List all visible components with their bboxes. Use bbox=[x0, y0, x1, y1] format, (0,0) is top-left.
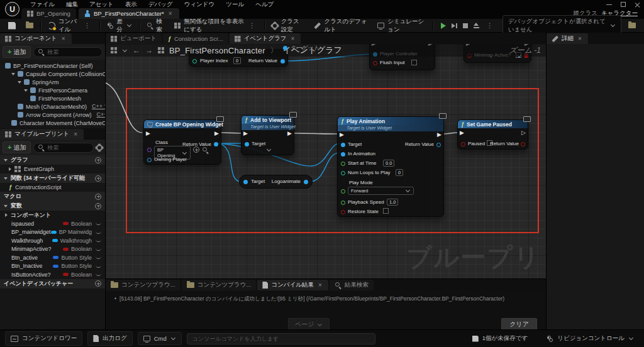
exec-in-pin[interactable]: ▶ bbox=[146, 131, 150, 136]
cpp-edit-link[interactable]: C++ で編集 bbox=[97, 111, 105, 119]
play-mode-pin[interactable] bbox=[341, 189, 345, 194]
visibility-eye-icon[interactable] bbox=[96, 265, 101, 268]
section-functions[interactable]: 関数 (34 オーバーライド可能 bbox=[0, 174, 105, 183]
class-add-icon[interactable] bbox=[193, 146, 199, 153]
bottom-tab[interactable]: コンパイル結果× bbox=[257, 280, 328, 290]
clear-button[interactable]: クリア bbox=[501, 318, 537, 331]
hide-unrelated-button[interactable]: 無関係な項目を非表示にする⋮ bbox=[171, 16, 260, 35]
component-tree-row[interactable]: SpringArm bbox=[0, 78, 105, 86]
return-value-pin[interactable] bbox=[521, 142, 525, 146]
variables-category-components[interactable]: コンポーネント bbox=[0, 211, 105, 219]
browse-asset-button[interactable] bbox=[23, 21, 36, 30]
tab-myblueprint[interactable]: マイブループリント × bbox=[0, 129, 84, 140]
back-icon[interactable]: ← bbox=[133, 46, 140, 55]
in-animation-pin[interactable] bbox=[341, 152, 345, 157]
components-search-input[interactable] bbox=[47, 49, 98, 55]
section-event-dispatchers[interactable]: イベントディスパッチャー bbox=[0, 279, 105, 289]
frame-skip-icon[interactable] bbox=[452, 23, 457, 28]
component-tree-row[interactable]: BP_FirstPersonCharacter (Self) bbox=[0, 62, 105, 70]
compile-options-icon[interactable]: ⋮ bbox=[82, 22, 92, 29]
num-loops-value[interactable]: 0 bbox=[396, 169, 403, 176]
node-add-to-viewport[interactable]: ƒAdd to Viewport Target is User Widget ▶… bbox=[241, 115, 294, 155]
visibility-eye-icon[interactable] bbox=[96, 248, 101, 251]
page-dropdown[interactable]: ページ bbox=[288, 318, 330, 331]
add-graph-icon[interactable] bbox=[95, 157, 101, 163]
breadcrumb-root[interactable]: BP_FirstPersonCharacter bbox=[169, 46, 265, 55]
exec-out-pin[interactable]: ▷ bbox=[521, 130, 526, 136]
exec-in-pin[interactable]: ▶ bbox=[340, 132, 344, 138]
bookmark-icon[interactable] bbox=[111, 47, 117, 53]
bottom-tab[interactable]: コンテンツブラウ... bbox=[182, 280, 257, 290]
flush-input-pin[interactable] bbox=[373, 61, 377, 65]
variable-row[interactable]: Btn_activeButton Style bbox=[0, 253, 105, 262]
minimize-icon[interactable] bbox=[606, 4, 612, 5]
node-get-logoanimate[interactable]: Target Logoanimate bbox=[239, 175, 313, 189]
add-macro-icon[interactable] bbox=[95, 194, 101, 200]
save-button[interactable] bbox=[5, 21, 19, 31]
cmd-dropdown[interactable]: Cmd bbox=[138, 332, 182, 345]
menu-item[interactable]: ツール bbox=[221, 0, 249, 9]
cpp-edit-link[interactable]: C++ で編集 bbox=[92, 102, 105, 111]
return-value-pin[interactable] bbox=[214, 142, 218, 146]
target-pin[interactable] bbox=[341, 143, 345, 147]
eject-icon[interactable] bbox=[474, 23, 479, 28]
maximize-icon[interactable] bbox=[621, 2, 626, 7]
playback-speed-pin[interactable] bbox=[341, 201, 345, 205]
start-at-time-pin[interactable] bbox=[341, 162, 345, 166]
expand-caret-icon[interactable] bbox=[11, 73, 15, 75]
add-variable-icon[interactable] bbox=[95, 203, 101, 209]
myblueprint-settings-icon[interactable] bbox=[96, 145, 103, 151]
class-settings-button[interactable]: クラス設定 bbox=[269, 16, 308, 35]
flush-input-checkbox[interactable] bbox=[411, 60, 417, 65]
close-tab-icon[interactable]: × bbox=[317, 282, 323, 289]
graph-tab[interactable]: ビューポート bbox=[106, 33, 162, 44]
add-blueprint-item-button[interactable]: +追加 bbox=[3, 141, 31, 153]
close-icon[interactable] bbox=[635, 2, 640, 8]
graph-tab[interactable]: イベントグラフ× bbox=[230, 33, 301, 44]
component-tree-row[interactable]: Capsule Component (CollisionCylinder)C++… bbox=[0, 70, 105, 78]
output-log-button[interactable]: 出力ログ bbox=[87, 331, 132, 346]
hide-unrelated-options-icon[interactable]: ⋮ bbox=[247, 22, 257, 29]
visibility-eye-icon[interactable] bbox=[96, 231, 101, 234]
compile-button[interactable]: コンパイル ⋮ bbox=[45, 16, 96, 35]
visibility-eye-icon[interactable] bbox=[96, 273, 101, 276]
content-drawer-button[interactable]: コンテンツドロワー bbox=[5, 331, 82, 346]
diff-button[interactable]: 差分 bbox=[104, 16, 135, 35]
expand-caret-icon[interactable] bbox=[18, 81, 21, 84]
visibility-eye-icon[interactable] bbox=[96, 256, 101, 259]
bottom-tab[interactable]: 結果検索 bbox=[330, 280, 374, 290]
target-pin[interactable] bbox=[243, 180, 248, 184]
visibility-eye-icon[interactable] bbox=[96, 222, 101, 225]
variable-row[interactable]: ispausedBoolean bbox=[0, 219, 105, 228]
node-play-animation[interactable]: ƒPlay Animation Target is User Widget ▶ … bbox=[337, 116, 444, 217]
forward-icon[interactable]: → bbox=[145, 46, 153, 55]
owning-player-pin[interactable] bbox=[147, 158, 152, 162]
variable-row[interactable]: Btn_InactiveButton Style bbox=[0, 262, 105, 271]
myblueprint-search[interactable] bbox=[33, 143, 94, 153]
component-tree-row[interactable]: Arrow Component (Arrow)C++ で編集 bbox=[0, 111, 105, 119]
play-icon[interactable] bbox=[441, 23, 446, 29]
eventgraph-item[interactable]: EventGraph bbox=[0, 165, 105, 174]
components-search[interactable] bbox=[33, 47, 103, 57]
return-value-pin[interactable] bbox=[280, 59, 285, 63]
close-tab-icon[interactable]: × bbox=[72, 131, 79, 138]
menu-item[interactable]: ヘルプ bbox=[250, 0, 279, 9]
component-tree-row[interactable]: FirstPersonCamera bbox=[0, 86, 105, 94]
visibility-eye-icon[interactable] bbox=[96, 239, 101, 242]
component-tree-row[interactable]: Character Movement (CharMoveComp) bbox=[0, 119, 105, 127]
variable-row[interactable]: BP_mainwidgetBP Mainwidg bbox=[0, 228, 105, 237]
console-command-field[interactable] bbox=[187, 333, 375, 344]
play-options-icon[interactable]: ⋮ bbox=[485, 22, 495, 29]
tab-components[interactable]: コンポーネント × bbox=[0, 33, 72, 44]
unsaved-button[interactable]: 1個が未保存です bbox=[467, 332, 533, 345]
player-index-value[interactable]: 0 bbox=[233, 57, 241, 64]
paused-pin[interactable] bbox=[461, 142, 465, 146]
output-pin[interactable] bbox=[304, 180, 308, 184]
num-loops-pin[interactable] bbox=[341, 171, 345, 175]
node-set-game-paused[interactable]: ƒSet Game Paused ▶ ▷ Paused Return Value bbox=[457, 119, 528, 150]
section-graphs[interactable]: グラフ bbox=[0, 155, 105, 165]
graph-tab[interactable]: ƒConstruction Scr... bbox=[163, 33, 228, 44]
console-command-input[interactable] bbox=[192, 336, 370, 342]
target-pin[interactable] bbox=[245, 142, 249, 146]
component-tree-row[interactable]: Mesh (CharacterMesh0)C++ で編集 bbox=[0, 102, 105, 111]
